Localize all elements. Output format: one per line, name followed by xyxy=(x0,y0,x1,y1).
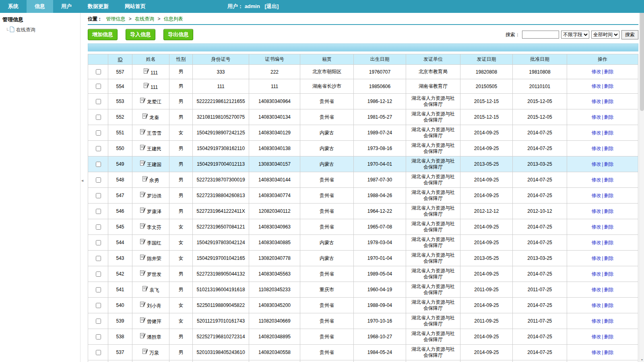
delete-link[interactable]: 删除 xyxy=(604,193,614,198)
edit-note-icon[interactable] xyxy=(140,129,145,136)
row-actions: 修改|删除 xyxy=(567,188,638,204)
row-checkbox[interactable] xyxy=(96,334,101,339)
row-checkbox[interactable] xyxy=(96,209,101,214)
edit-note-icon[interactable] xyxy=(140,144,145,151)
edit-note-icon[interactable] xyxy=(140,270,145,277)
edit-note-icon[interactable] xyxy=(140,223,145,230)
edit-link[interactable]: 修改 xyxy=(591,69,601,74)
edit-note-icon[interactable] xyxy=(142,286,148,292)
table-row: 540刘小青女522501198809045822140830345200贵州省… xyxy=(88,298,638,313)
edit-link[interactable]: 修改 xyxy=(591,255,601,261)
row-checkbox[interactable] xyxy=(96,84,101,89)
row-checkbox[interactable] xyxy=(96,193,101,198)
edit-link[interactable]: 修改 xyxy=(591,224,601,230)
delete-link[interactable]: 删除 xyxy=(604,224,614,230)
row-checkbox[interactable] xyxy=(96,272,101,277)
row-checkbox[interactable] xyxy=(96,69,101,74)
edit-note-icon[interactable] xyxy=(142,348,148,355)
delete-link[interactable]: 删除 xyxy=(604,146,614,151)
edit-link[interactable]: 修改 xyxy=(591,271,601,277)
row-checkbox[interactable] xyxy=(96,240,101,245)
delete-link[interactable]: 删除 xyxy=(604,302,614,308)
nav-item-site-home[interactable]: 网站首页 xyxy=(117,0,154,13)
row-checkbox[interactable] xyxy=(96,350,101,355)
edit-link[interactable]: 修改 xyxy=(591,114,601,120)
edit-note-icon[interactable] xyxy=(140,207,145,214)
nav-item-system[interactable]: 系统 xyxy=(0,0,27,13)
delete-link[interactable]: 删除 xyxy=(604,334,614,339)
edit-note-icon[interactable] xyxy=(140,333,145,339)
delete-link[interactable]: 删除 xyxy=(604,255,614,261)
edit-link[interactable]: 修改 xyxy=(591,287,601,292)
edit-note-icon[interactable] xyxy=(140,239,145,245)
edit-link[interactable]: 修改 xyxy=(591,193,601,198)
edit-note-icon[interactable] xyxy=(140,97,145,104)
edit-link[interactable]: 修改 xyxy=(591,318,601,324)
edit-link[interactable]: 修改 xyxy=(591,99,601,104)
delete-link[interactable]: 删除 xyxy=(604,271,614,277)
import-info-button[interactable]: 导入信息 xyxy=(126,29,155,40)
edit-link[interactable]: 修改 xyxy=(591,334,601,339)
edit-link[interactable]: 修改 xyxy=(591,130,601,136)
nav-item-users[interactable]: 用户 xyxy=(53,0,80,13)
edit-link[interactable]: 修改 xyxy=(591,161,601,167)
nav-item-info[interactable]: 信息 xyxy=(27,0,53,13)
panel-splitter[interactable]: ◄ xyxy=(80,13,87,362)
delete-link[interactable]: 删除 xyxy=(604,287,614,292)
sidebar-item-online-query[interactable]: └ 在线查询 xyxy=(2,27,78,33)
breadcrumb-link-manage-info[interactable]: 管理信息 xyxy=(106,16,125,22)
field-select[interactable]: 不限字段 xyxy=(561,31,589,39)
row-checkbox[interactable] xyxy=(96,162,101,167)
delete-link[interactable]: 删除 xyxy=(604,114,614,120)
row-checkbox[interactable] xyxy=(96,99,101,104)
scrollbar-thumb[interactable] xyxy=(640,6,644,111)
edit-note-icon[interactable] xyxy=(144,68,149,75)
edit-note-icon[interactable] xyxy=(140,317,145,324)
edit-note-icon[interactable] xyxy=(140,191,145,198)
add-info-button[interactable]: 增加信息 xyxy=(88,29,118,40)
search-input[interactable] xyxy=(522,31,559,39)
row-checkbox[interactable] xyxy=(96,319,101,324)
edit-link[interactable]: 修改 xyxy=(591,208,601,214)
delete-link[interactable]: 删除 xyxy=(604,130,614,136)
row-checkbox[interactable] xyxy=(96,287,101,292)
delete-link[interactable]: 删除 xyxy=(604,240,614,245)
row-checkbox[interactable] xyxy=(96,130,101,136)
edit-link[interactable]: 修改 xyxy=(591,83,601,89)
edit-note-icon[interactable] xyxy=(140,301,145,308)
logout-link[interactable]: [退出] xyxy=(265,3,279,9)
export-info-button[interactable]: 导出信息 xyxy=(163,29,193,40)
nav-item-data-update[interactable]: 数据更新 xyxy=(80,0,117,13)
delete-link[interactable]: 删除 xyxy=(604,83,614,89)
search-button[interactable]: 搜索 xyxy=(621,30,638,39)
row-checkbox[interactable] xyxy=(96,115,101,120)
edit-link[interactable]: 修改 xyxy=(591,302,601,308)
edit-note-icon[interactable] xyxy=(140,160,145,167)
time-select[interactable]: 全部时间 xyxy=(591,31,619,39)
header-id[interactable]: ID xyxy=(108,54,132,65)
edit-link[interactable]: 修改 xyxy=(591,177,601,183)
breadcrumb-link-online-query[interactable]: 在线查询 xyxy=(135,16,154,22)
row-checkbox[interactable] xyxy=(96,256,101,261)
delete-link[interactable]: 删除 xyxy=(604,318,614,324)
edit-note-icon[interactable] xyxy=(142,176,148,183)
delete-link[interactable]: 删除 xyxy=(604,350,614,355)
edit-link[interactable]: 修改 xyxy=(591,350,601,355)
row-checkbox[interactable] xyxy=(96,146,101,151)
edit-note-icon[interactable] xyxy=(140,254,145,261)
delete-link[interactable]: 删除 xyxy=(604,177,614,183)
delete-link[interactable]: 删除 xyxy=(604,208,614,214)
edit-link[interactable]: 修改 xyxy=(591,240,601,245)
delete-link[interactable]: 删除 xyxy=(604,99,614,104)
collapse-sidebar-icon[interactable]: ◄ xyxy=(80,179,84,183)
scroll-down-icon[interactable]: ▼ xyxy=(640,358,644,361)
edit-link[interactable]: 修改 xyxy=(591,146,601,151)
vertical-scrollbar[interactable]: ▲ ▼ xyxy=(639,0,644,362)
edit-note-icon[interactable] xyxy=(142,113,148,120)
edit-note-icon[interactable] xyxy=(144,82,149,89)
row-checkbox[interactable] xyxy=(96,224,101,230)
row-checkbox[interactable] xyxy=(96,303,101,308)
delete-link[interactable]: 删除 xyxy=(604,69,614,74)
delete-link[interactable]: 删除 xyxy=(604,161,614,167)
row-checkbox[interactable] xyxy=(96,177,101,183)
